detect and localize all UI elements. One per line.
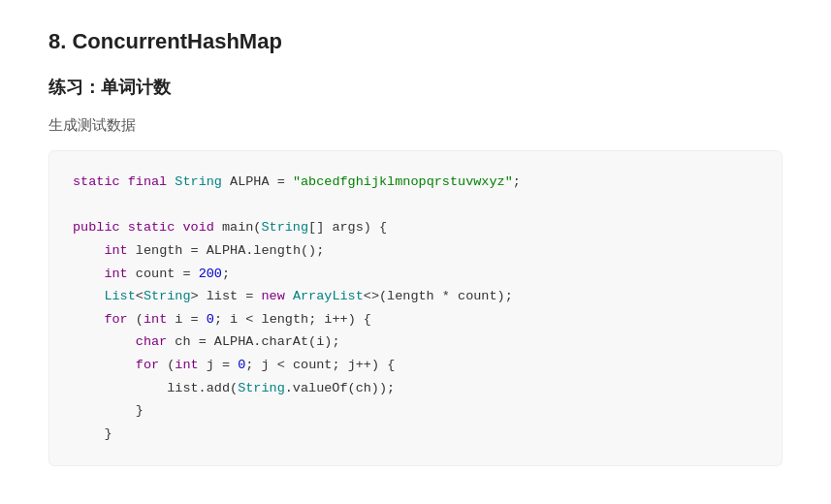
code-line-12: } — [73, 423, 758, 446]
code-line-1: static final String ALPHA = "abcedfghijk… — [73, 171, 758, 194]
code-line-4: int length = ALPHA.length(); — [73, 239, 758, 263]
section-label: 生成测试数据 — [48, 116, 783, 135]
section-title: 8. ConcurrentHashMap — [48, 29, 783, 54]
code-line-2 — [73, 194, 758, 217]
code-block: static final String ALPHA = "abcedfghijk… — [48, 150, 783, 466]
code-line-9: for (int j = 0; j < count; j++) { — [73, 354, 758, 377]
code-line-11: } — [73, 399, 758, 423]
code-line-6: List<String> list = new ArrayList<>(leng… — [73, 285, 758, 308]
code-line-5: int count = 200; — [73, 263, 758, 286]
code-line-3: public static void main(String[] args) { — [73, 216, 758, 239]
code-line-8: char ch = ALPHA.charAt(i); — [73, 331, 758, 354]
exercise-title: 练习：单词计数 — [48, 76, 783, 99]
code-line-7: for (int i = 0; i < length; i++) { — [73, 308, 758, 331]
code-line-10: list.add(String.valueOf(ch)); — [73, 377, 758, 400]
